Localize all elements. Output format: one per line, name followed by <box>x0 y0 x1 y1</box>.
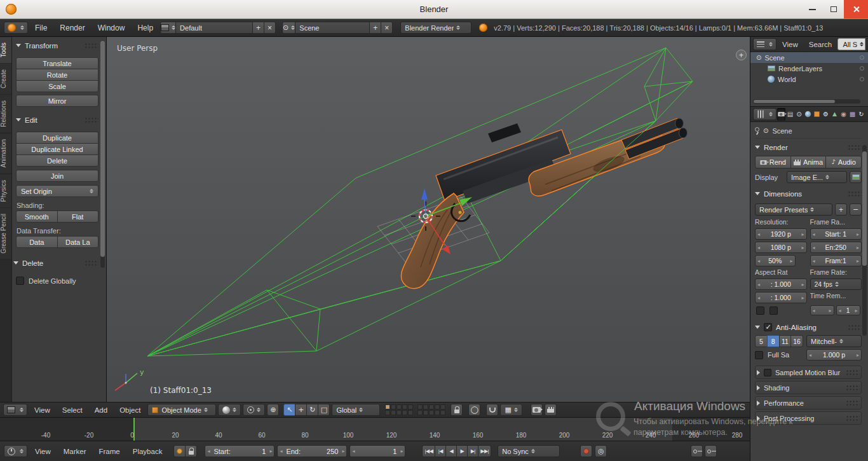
panel-performance[interactable]: Performance <box>755 396 862 409</box>
editor-type-button-timeline[interactable] <box>4 445 27 457</box>
delete-layout-button[interactable] <box>264 22 276 34</box>
restrict-icon[interactable] <box>860 55 864 60</box>
layer-toggle[interactable] <box>397 410 402 415</box>
fps-dropdown[interactable]: 24 fps <box>810 279 862 290</box>
play-button[interactable]: ▶ <box>456 445 468 457</box>
tab-physics[interactable]: ↻ <box>857 108 865 121</box>
scene-field[interactable]: Scene <box>295 22 370 34</box>
lock-to-scene-toggle[interactable] <box>451 404 463 416</box>
resolution-percent-slider[interactable]: 50% <box>755 255 796 266</box>
layer-toggle[interactable] <box>385 404 390 409</box>
menu-object[interactable]: Object <box>114 406 146 414</box>
maximize-button[interactable] <box>823 0 844 18</box>
aa-filter-dropdown[interactable]: Mitchell- <box>806 335 862 347</box>
render-animation-button[interactable]: Anima <box>790 156 827 169</box>
layer-toggle[interactable] <box>435 404 440 409</box>
scale-manipulator-button[interactable]: □ <box>318 404 330 416</box>
outliner-hscrollbar[interactable] <box>753 99 860 104</box>
timeline-ruler[interactable]: -40 -20 0 20 40 60 80 100 120 140 160 18… <box>0 418 750 441</box>
screen-layout-field[interactable]: Default <box>175 22 253 34</box>
frame-end-field[interactable]: En:250 <box>810 242 862 253</box>
properties-scrollbar-thumb[interactable] <box>862 151 867 266</box>
translate-button[interactable]: Translate <box>16 57 98 69</box>
shade-flat-button[interactable]: Flat <box>57 210 99 223</box>
opengl-render-anim-button[interactable] <box>545 404 557 416</box>
panel-header-render[interactable]: Render <box>755 141 862 153</box>
layer-toggle[interactable] <box>391 410 396 415</box>
data-transfer-data-button[interactable]: Data <box>16 236 58 248</box>
panel-header-dimensions[interactable]: Dimensions <box>755 188 862 200</box>
autokey-record-button[interactable] <box>580 445 592 457</box>
use-preview-range-toggle[interactable] <box>173 445 186 457</box>
tab-tools[interactable]: Tools <box>0 37 11 64</box>
layer-toggle[interactable] <box>429 404 434 409</box>
jump-to-start-button[interactable]: |◀◀ <box>422 445 435 457</box>
start-frame-field[interactable]: Start:1 <box>205 445 275 457</box>
restrict-icon[interactable] <box>860 66 864 71</box>
editor-type-button-properties[interactable] <box>753 108 776 120</box>
filter-size-field[interactable]: 1.000 p <box>806 349 862 361</box>
crop-checkbox[interactable] <box>770 306 778 315</box>
aspect-x-field[interactable]: : 1.000 <box>755 279 807 290</box>
tab-material[interactable]: ◉ <box>839 108 848 121</box>
snap-element-dropdown[interactable]: ▦ <box>500 404 522 416</box>
layer-toggle[interactable] <box>417 410 423 415</box>
scale-button[interactable]: Scale <box>16 80 98 92</box>
join-button[interactable]: Join <box>16 170 98 182</box>
outliner-item-renderlayers[interactable]: RenderLayers <box>750 63 868 74</box>
editor-type-button-3dview[interactable] <box>3 404 27 416</box>
gun-model[interactable] <box>401 118 687 289</box>
delete-globally-option[interactable]: Delete Globally <box>16 277 98 285</box>
delete-keyframe-button[interactable] <box>705 445 717 457</box>
menu-ol-view[interactable]: View <box>777 41 803 48</box>
panel-grip-icon[interactable] <box>85 260 98 266</box>
aa-samples-11-button[interactable]: 11 <box>779 335 792 347</box>
menu-tl-marker[interactable]: Marker <box>58 448 92 455</box>
checkbox-icon[interactable] <box>755 351 763 359</box>
snap-toggle[interactable] <box>486 404 498 416</box>
outliner-item-world[interactable]: World <box>750 74 868 85</box>
remap-old-field[interactable] <box>810 305 834 315</box>
rotate-button[interactable]: Rotate <box>16 69 98 81</box>
motion-blur-checkbox[interactable] <box>764 369 771 376</box>
screen-layout-icon-button[interactable] <box>160 22 176 34</box>
add-scene-button[interactable] <box>369 22 381 34</box>
panel-shading[interactable]: Shading <box>755 381 862 394</box>
panel-grip-icon[interactable] <box>848 324 862 330</box>
menu-add[interactable]: Add <box>90 406 112 414</box>
pin-icon[interactable] <box>755 127 759 132</box>
aa-samples-8-button[interactable]: 8 <box>767 335 780 347</box>
aa-samples-16-button[interactable]: 16 <box>790 335 803 347</box>
menu-view[interactable]: View <box>29 406 55 414</box>
tab-relations[interactable]: Relations <box>0 95 11 134</box>
panel-sampled-motion-blur[interactable]: Sampled Motion Blur <box>755 366 862 379</box>
panel-grip-icon[interactable] <box>848 191 862 196</box>
display-mode-dropdown[interactable]: All S <box>837 38 865 50</box>
menu-render[interactable]: Render <box>54 20 90 36</box>
panel-grip-icon[interactable] <box>846 385 860 390</box>
opengl-render-button[interactable] <box>531 404 543 416</box>
tab-scene[interactable]: ⊙ <box>795 108 803 121</box>
jump-next-keyframe-button[interactable]: ▶| <box>467 445 478 457</box>
menu-select[interactable]: Select <box>57 406 88 414</box>
mirror-button[interactable]: Mirror <box>16 95 98 107</box>
panel-grip-icon[interactable] <box>85 43 98 48</box>
tab-grease-pencil[interactable]: Grease Pencil <box>0 208 11 260</box>
panel-header-antialiasing[interactable]: Anti-Aliasing <box>755 321 862 333</box>
aspect-y-field[interactable]: : 1.000 <box>755 292 807 303</box>
frame-step-field[interactable]: Fram:1 <box>810 255 862 266</box>
tab-object[interactable] <box>813 108 821 121</box>
scene-icon-button[interactable]: ⊙ <box>282 22 295 34</box>
add-layout-button[interactable] <box>252 22 264 34</box>
layer-toggle[interactable] <box>423 410 428 415</box>
render-engine-dropdown[interactable]: Blender Render <box>400 22 471 34</box>
layer-toggle[interactable] <box>391 404 396 409</box>
border-checkbox[interactable] <box>756 306 764 315</box>
aa-samples-5-button[interactable]: 5 <box>755 335 768 347</box>
layer-toggle[interactable] <box>397 404 402 409</box>
lock-time-toggle[interactable] <box>185 445 197 457</box>
layer-toggle[interactable] <box>423 404 428 409</box>
render-still-button[interactable]: Rend <box>755 156 791 169</box>
toolshelf-scrollbar-thumb[interactable] <box>100 41 105 257</box>
viewport-3d[interactable]: y User Persp (1) Staff01:0_13 <box>107 37 750 402</box>
